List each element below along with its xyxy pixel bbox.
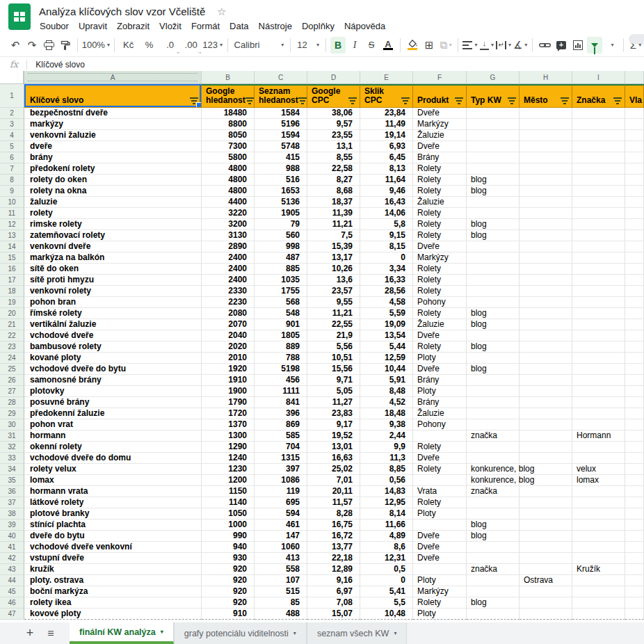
cell-znacka[interactable] — [572, 119, 625, 130]
cell-mesto[interactable] — [520, 531, 572, 542]
cell-produkt[interactable]: Rolety — [413, 464, 467, 475]
add-sheet-button[interactable]: + — [19, 622, 40, 644]
cell-typ-kw[interactable]: blog — [467, 308, 520, 319]
cell-seznam-hledanost[interactable]: 1905 — [255, 208, 307, 219]
cell-seznam-hledanost[interactable]: 885 — [255, 264, 307, 275]
cell-google-cpc[interactable]: 19,52 — [307, 430, 360, 442]
cell-extra[interactable] — [625, 553, 644, 564]
cell-typ-kw[interactable]: blog — [467, 186, 520, 197]
header-cell-keyword[interactable]: Klíčové slovo — [24, 84, 202, 108]
cell-keyword[interactable]: kovové ploty — [24, 609, 202, 620]
cell-seznam-hledanost[interactable]: 415 — [255, 152, 307, 163]
row-number[interactable]: 30 — [0, 419, 24, 430]
cell-extra[interactable] — [625, 520, 644, 531]
menu-vložit[interactable]: Vložit — [154, 20, 186, 33]
cell-google-hledanost[interactable]: 1240 — [202, 453, 255, 464]
header-cell-znacka[interactable]: Značka — [572, 84, 625, 108]
zoom-select[interactable]: 100%▾ — [82, 37, 110, 54]
cell-znacka[interactable] — [572, 353, 625, 364]
header-cell-seznam-hledanost[interactable]: Seznam hledanost — [255, 84, 307, 108]
cell-typ-kw[interactable] — [467, 542, 520, 553]
cell-extra[interactable] — [625, 475, 644, 486]
cell-typ-kw[interactable] — [467, 208, 520, 219]
paint-format-button[interactable] — [58, 37, 73, 54]
cell-znacka[interactable] — [572, 364, 625, 375]
cell-google-hledanost[interactable]: 8050 — [202, 130, 255, 141]
cell-keyword[interactable]: samonosné brány — [24, 375, 202, 386]
cell-keyword[interactable]: předokení rolety — [24, 163, 202, 175]
cell-keyword[interactable]: rolety — [24, 208, 202, 219]
cell-typ-kw[interactable] — [467, 442, 520, 453]
cell-sklik-cpc[interactable]: 19,14 — [360, 130, 413, 141]
cell-produkt[interactable] — [413, 564, 467, 575]
cell-mesto[interactable] — [520, 319, 572, 330]
cell-keyword[interactable]: hormann vrata — [24, 486, 202, 497]
row-number[interactable]: 45 — [0, 586, 24, 597]
cell-keyword[interactable]: rolety na okna — [24, 186, 202, 197]
cell-seznam-hledanost[interactable]: 548 — [255, 308, 307, 319]
cell-sklik-cpc[interactable]: 18,48 — [360, 408, 413, 419]
cell-typ-kw[interactable]: konkurence, blog — [467, 464, 520, 475]
row-number[interactable]: 12 — [0, 219, 24, 230]
row-number[interactable]: 42 — [0, 553, 24, 564]
cell-google-cpc[interactable]: 16,63 — [307, 453, 360, 464]
cell-google-cpc[interactable]: 10,26 — [307, 264, 360, 275]
menu-doplňky[interactable]: Doplňky — [297, 20, 339, 33]
cell-seznam-hledanost[interactable]: 568 — [255, 297, 307, 308]
cell-produkt[interactable]: Rolety — [413, 275, 467, 286]
cell-google-hledanost[interactable]: 2070 — [202, 319, 255, 330]
merge-cells-button[interactable]: ⧉▾ — [438, 37, 453, 54]
document-title[interactable]: Analýza klíčových slov vzor Včeliště — [39, 6, 205, 17]
cell-google-hledanost[interactable]: 920 — [202, 564, 255, 575]
cell-keyword[interactable]: okenní rolety — [24, 442, 202, 453]
header-cell-extra[interactable]: Vla — [625, 84, 644, 108]
cell-keyword[interactable]: kované ploty — [24, 353, 202, 364]
cell-google-cpc[interactable]: 13,1 — [307, 141, 360, 152]
cell-sklik-cpc[interactable]: 16,43 — [360, 197, 413, 208]
cell-keyword[interactable]: ploty. ostrava — [24, 575, 202, 586]
cell-typ-kw[interactable] — [467, 586, 520, 597]
cell-sklik-cpc[interactable]: 8,13 — [360, 163, 413, 175]
cell-seznam-hledanost[interactable]: 695 — [255, 497, 307, 508]
row-number[interactable]: 34 — [0, 464, 24, 475]
cell-mesto[interactable] — [520, 230, 572, 241]
row-number[interactable]: 3 — [0, 119, 24, 130]
cell-seznam-hledanost[interactable]: 85 — [255, 597, 307, 609]
cell-keyword[interactable]: látkové rolety — [24, 497, 202, 508]
cell-google-cpc[interactable]: 20,11 — [307, 486, 360, 497]
cell-produkt[interactable]: Rolety — [413, 264, 467, 275]
row-number[interactable]: 40 — [0, 531, 24, 542]
row-number[interactable]: 19 — [0, 297, 24, 308]
cell-typ-kw[interactable]: blog — [467, 364, 520, 375]
menu-data[interactable]: Data — [225, 20, 253, 33]
cell-sklik-cpc[interactable]: 13,54 — [360, 330, 413, 341]
filter-button[interactable] — [587, 37, 602, 54]
cell-google-cpc[interactable]: 8,68 — [307, 186, 360, 197]
cell-produkt[interactable]: Rolety — [413, 341, 467, 353]
filter-views-button[interactable]: ▾ — [604, 37, 619, 54]
cell-znacka[interactable] — [572, 442, 625, 453]
cell-extra[interactable] — [625, 430, 644, 442]
cell-produkt[interactable]: Rolety — [413, 163, 467, 175]
row-number[interactable]: 36 — [0, 486, 24, 497]
menu-upravit[interactable]: Upravit — [74, 20, 112, 33]
cell-produkt[interactable]: Markýzy — [413, 252, 467, 264]
cell-typ-kw[interactable] — [467, 397, 520, 408]
cell-sklik-cpc[interactable]: 3,34 — [360, 264, 413, 275]
cell-google-cpc[interactable]: 22,18 — [307, 553, 360, 564]
tab-finalni-kw-analyza[interactable]: finální KW analýza ▾ — [70, 622, 174, 644]
cell-znacka[interactable] — [572, 186, 625, 197]
cell-mesto[interactable] — [520, 308, 572, 319]
cell-extra[interactable] — [625, 408, 644, 419]
cell-keyword[interactable]: boční markýza — [24, 586, 202, 597]
cell-seznam-hledanost[interactable]: 1755 — [255, 286, 307, 297]
cell-mesto[interactable] — [520, 353, 572, 364]
italic-button[interactable]: I — [347, 37, 362, 54]
cell-typ-kw[interactable] — [467, 108, 520, 119]
cell-google-cpc[interactable]: 13,6 — [307, 275, 360, 286]
cell-keyword[interactable]: brány — [24, 152, 202, 163]
cell-google-hledanost[interactable]: 2330 — [202, 286, 255, 297]
undo-button[interactable]: ↶ — [8, 37, 23, 54]
cell-sklik-cpc[interactable]: 23,84 — [360, 108, 413, 119]
cell-google-hledanost[interactable]: 4800 — [202, 175, 255, 186]
